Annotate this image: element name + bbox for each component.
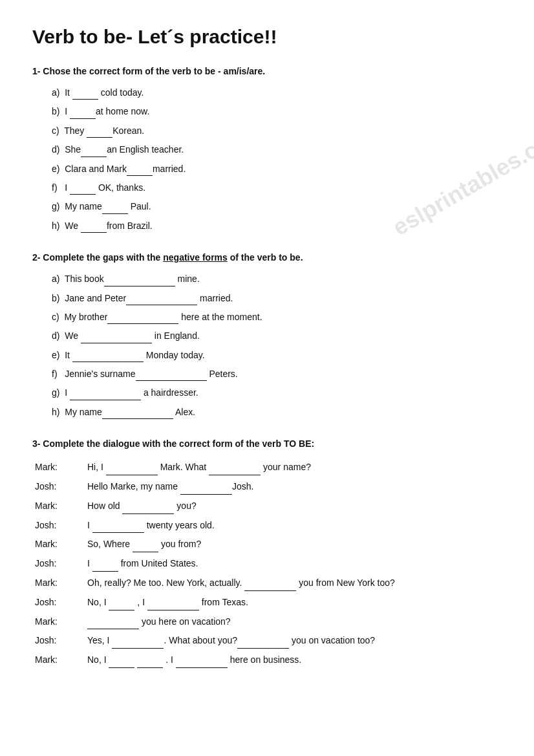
dialogue-row: Josh: Hello Marke, my name Josh. [32, 477, 502, 497]
dialogue-speaker: Josh: [32, 554, 68, 574]
blank [127, 167, 153, 176]
dialogue-speech: So, Where you from? [68, 535, 502, 554]
blank [81, 148, 107, 157]
dialogue-speech: How old you? [68, 497, 502, 516]
blank [180, 486, 232, 495]
dialogue-speaker: Mark: [32, 612, 68, 632]
section-1-title: 1- Chose the correct form of the verb to… [32, 66, 502, 76]
dialogue-speech: No, I . I here on business. [68, 651, 502, 670]
list-item: e) Clara and Markmarried. [52, 162, 502, 176]
dialogue-table: Mark: Hi, I Mark. What your name? Josh: … [32, 458, 502, 670]
blank [72, 353, 144, 362]
blank [87, 129, 112, 138]
list-item: h) My name Alex. [52, 405, 502, 419]
blank [70, 391, 141, 400]
blank [72, 91, 98, 100]
dialogue-speech: I twenty years old. [68, 516, 502, 535]
blank [244, 582, 296, 591]
dialogue-row: Josh: I twenty years old. [32, 516, 502, 535]
blank [104, 277, 175, 286]
blank [102, 410, 173, 419]
dialogue-speech: Hello Marke, my name Josh. [68, 477, 502, 497]
list-item: e) It Monday today. [52, 348, 502, 362]
dialogue-speech: you here on vacation? [68, 612, 502, 632]
dialogue-speaker: Mark: [32, 651, 68, 670]
list-item: h) We from Brazil. [52, 219, 502, 233]
blank [81, 334, 152, 343]
blank [102, 205, 128, 214]
dialogue-speaker: Mark: [32, 458, 68, 477]
blank [109, 659, 134, 668]
blank [81, 224, 107, 233]
section-3: 3- Complete the dialogue with the correc… [32, 438, 502, 670]
dialogue-speaker: Josh: [32, 631, 68, 651]
list-item: g) My name Paul. [52, 199, 502, 213]
dialogue-speaker: Josh: [32, 593, 68, 612]
section-2-list: a) This book mine. b) Jane and Peter mar… [32, 272, 502, 419]
list-item: c) My brother here at the moment. [52, 310, 502, 324]
list-item: a) This book mine. [52, 272, 502, 286]
dialogue-row: Josh: I from United States. [32, 554, 502, 574]
list-item: b) Jane and Peter married. [52, 291, 502, 305]
section-3-title: 3- Complete the dialogue with the correc… [32, 438, 502, 449]
dialogue-speech: Oh, really? Me too. New York, actually. … [68, 574, 502, 593]
dialogue-row: Mark: Hi, I Mark. What your name? [32, 458, 502, 477]
dialogue-speech: I from United States. [68, 554, 502, 574]
section-2: 2- Complete the gaps with the negative f… [32, 252, 502, 419]
blank [133, 543, 158, 552]
blank [122, 505, 174, 514]
blank [87, 620, 139, 629]
dialogue-row: Mark: No, I . I here on business. [32, 651, 502, 670]
dialogue-row: Mark: Oh, really? Me too. New York, actu… [32, 574, 502, 593]
blank [112, 640, 164, 649]
dialogue-row: Mark: you here on vacation? [32, 612, 502, 632]
blank [126, 296, 197, 305]
dialogue-row: Josh: No, I , I from Texas. [32, 593, 502, 612]
dialogue-row: Mark: So, Where you from? [32, 535, 502, 554]
dialogue-speaker: Josh: [32, 477, 68, 497]
list-item: f) Jennie's surname Peters. [52, 367, 502, 381]
list-item: d) Shean English teacher. [52, 142, 502, 157]
dialogue-speech: Hi, I Mark. What your name? [68, 458, 502, 477]
list-item: c) They Korean. [52, 124, 502, 138]
dialogue-speaker: Mark: [32, 574, 68, 593]
list-item: b) I at home now. [52, 104, 502, 118]
blank [147, 601, 199, 610]
blank [107, 315, 178, 324]
blank [209, 466, 261, 475]
list-item: g) I a hairdresser. [52, 385, 502, 400]
section-1: 1- Chose the correct form of the verb to… [32, 66, 502, 233]
blank [109, 601, 134, 610]
section-1-list: a) It cold today. b) I at home now. c) T… [32, 85, 502, 233]
blank [136, 372, 207, 381]
blank [92, 563, 118, 572]
blank [137, 659, 163, 668]
page-title: Verb to be- Let´s practice!! [32, 26, 502, 48]
dialogue-speaker: Mark: [32, 497, 68, 516]
dialogue-row: Mark: How old you? [32, 497, 502, 516]
blank [92, 524, 144, 533]
blank [70, 186, 96, 195]
list-item: f) I OK, thanks. [52, 180, 502, 195]
dialogue-speaker: Josh: [32, 516, 68, 535]
blank [106, 466, 158, 475]
section-2-title-underline: negative forms [163, 252, 228, 263]
list-item: d) We in England. [52, 329, 502, 343]
list-item: a) It cold today. [52, 85, 502, 100]
dialogue-speech: No, I , I from Texas. [68, 593, 502, 612]
blank [237, 640, 289, 649]
blank [70, 110, 96, 119]
dialogue-speaker: Mark: [32, 535, 68, 554]
blank [176, 659, 228, 668]
dialogue-speech: Yes, I . What about you? you on vacation… [68, 631, 502, 651]
section-2-title: 2- Complete the gaps with the negative f… [32, 252, 502, 263]
dialogue-row: Josh: Yes, I . What about you? you on va… [32, 631, 502, 651]
